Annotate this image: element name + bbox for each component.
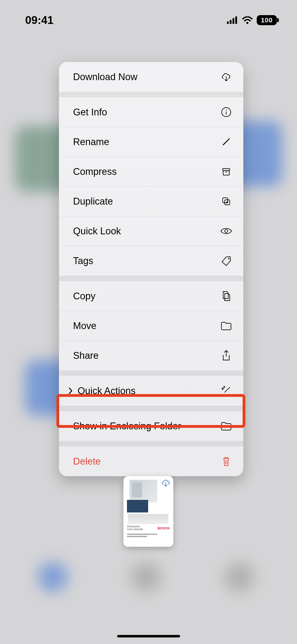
menu-share[interactable]: Share (59, 341, 243, 370)
svg-rect-8 (223, 171, 229, 175)
menu-item-label: Delete (73, 456, 220, 467)
sparkle-wand-icon (220, 384, 233, 397)
menu-item-label: Download Now (73, 72, 220, 82)
menu-item-label: Get Info (73, 107, 220, 118)
file-thumbnail[interactable]: DishwasherLave-vaisselle BOSCH (123, 476, 173, 547)
status-time: 09:41 (25, 14, 54, 26)
copy-docs-icon (220, 289, 233, 303)
eye-icon (220, 224, 233, 238)
cellular-icon (227, 16, 238, 24)
menu-item-label: Show in Enclosing Folder (73, 421, 220, 432)
menu-duplicate[interactable]: Duplicate (59, 186, 243, 216)
svg-rect-3 (235, 16, 237, 24)
menu-download-now[interactable]: Download Now (59, 62, 243, 92)
svg-point-4 (246, 22, 248, 24)
trash-icon (220, 455, 233, 468)
chevron-right-icon (66, 387, 75, 395)
pencil-icon (220, 135, 233, 148)
svg-rect-2 (233, 18, 234, 24)
menu-rename[interactable]: Rename (59, 127, 243, 157)
info-icon (220, 106, 233, 119)
svg-point-6 (226, 110, 227, 111)
status-indicators: 100 (227, 15, 277, 25)
menu-item-label: Compress (73, 166, 220, 177)
wifi-icon (242, 16, 253, 24)
svg-rect-7 (223, 169, 230, 171)
menu-item-label: Move (73, 320, 220, 331)
svg-point-12 (228, 258, 229, 260)
menu-item-label: Duplicate (73, 196, 220, 207)
share-icon (220, 349, 233, 362)
context-menu: Download Now Get Info Rename Compress Du… (59, 62, 243, 476)
svg-rect-0 (227, 21, 229, 24)
menu-copy[interactable]: Copy (59, 281, 243, 311)
menu-get-info[interactable]: Get Info (59, 97, 243, 127)
menu-item-label: Copy (73, 291, 220, 302)
menu-show-enclosing-folder[interactable]: Show in Enclosing Folder (59, 411, 243, 441)
menu-delete[interactable]: Delete (59, 446, 243, 476)
menu-tags[interactable]: Tags (59, 246, 243, 276)
menu-compress[interactable]: Compress (59, 157, 243, 186)
status-bar: 09:41 100 (0, 10, 297, 30)
duplicate-icon (220, 195, 233, 208)
archivebox-icon (220, 165, 233, 178)
thumbnail-brand: BOSCH (158, 527, 170, 530)
menu-quick-actions[interactable]: Quick Actions (59, 376, 243, 406)
menu-item-label: Quick Look (73, 226, 220, 237)
home-indicator[interactable] (117, 635, 180, 637)
menu-move[interactable]: Move (59, 311, 243, 341)
thumbnail-image (129, 480, 157, 502)
cloud-download-icon (161, 479, 171, 489)
tag-icon (220, 254, 233, 267)
menu-item-label: Quick Actions (78, 385, 220, 396)
battery-indicator: 100 (257, 15, 277, 25)
menu-item-label: Rename (73, 137, 220, 147)
menu-quick-look[interactable]: Quick Look (59, 216, 243, 246)
folder-icon (220, 319, 233, 332)
menu-item-label: Tags (73, 255, 220, 266)
cloud-download-icon (220, 70, 233, 83)
svg-point-11 (225, 230, 228, 233)
folder-icon (220, 420, 233, 433)
svg-rect-1 (230, 20, 232, 24)
menu-item-label: Share (73, 350, 220, 361)
thumbnail-title: DishwasherLave-vaisselle (127, 525, 143, 531)
